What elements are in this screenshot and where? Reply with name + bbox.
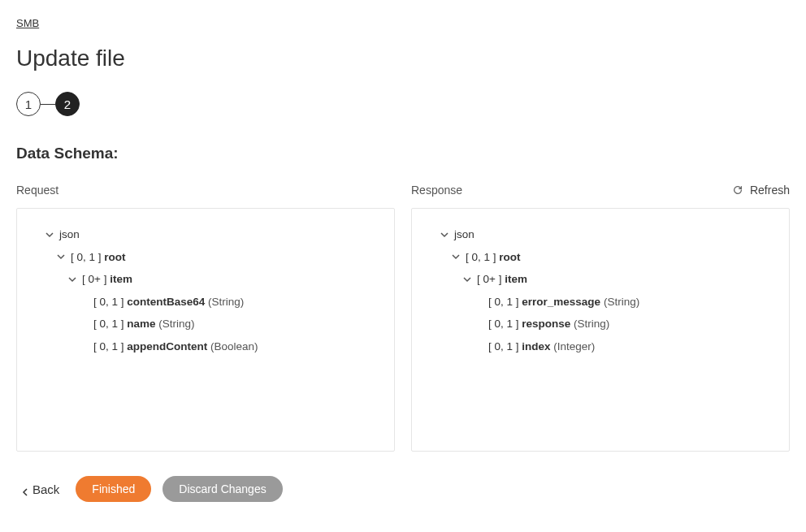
- step-connector: [41, 104, 55, 105]
- tree-node-json[interactable]: json: [27, 223, 384, 246]
- tree-leaf-spacer: [472, 318, 485, 331]
- refresh-icon: [732, 184, 743, 196]
- discard-changes-button[interactable]: Discard Changes: [162, 476, 282, 502]
- tree-node-field[interactable]: [ 0, 1 ] contentBase64 (String): [27, 291, 384, 314]
- node-label: [ 0, 1 ] index (Integer): [488, 338, 595, 356]
- response-column: Response Refresh json [ 0, 1 ] ro: [411, 180, 790, 452]
- chevron-down-icon: [43, 228, 56, 241]
- breadcrumb-smb[interactable]: SMB: [16, 17, 39, 29]
- refresh-button[interactable]: Refresh: [732, 184, 790, 197]
- request-schema-box: json [ 0, 1 ] root [ 0+ ] item: [16, 208, 395, 452]
- tree-node-root[interactable]: [ 0, 1 ] root: [27, 246, 384, 269]
- step-1[interactable]: 1: [16, 92, 41, 116]
- chevron-left-icon: [21, 485, 29, 493]
- node-label: [ 0, 1 ] name (String): [93, 315, 195, 333]
- tree-leaf-spacer: [77, 318, 90, 331]
- chevron-down-icon: [461, 273, 474, 286]
- step-indicator: 1 2: [16, 92, 790, 116]
- tree-leaf-spacer: [472, 296, 485, 309]
- page-title: Update file: [16, 45, 790, 71]
- tree-node-field[interactable]: [ 0, 1 ] index (Integer): [422, 335, 779, 358]
- tree-node-field[interactable]: [ 0, 1 ] response (String): [422, 313, 779, 335]
- node-label: [ 0, 1 ] error_message (String): [488, 293, 639, 311]
- node-label: [ 0, 1 ] contentBase64 (String): [93, 293, 244, 311]
- request-column: Request json [ 0, 1 ] root: [16, 180, 395, 452]
- tree-node-item[interactable]: [ 0+ ] item: [27, 268, 384, 291]
- node-label: [ 0, 1 ] root: [466, 249, 521, 266]
- back-button[interactable]: Back: [16, 478, 64, 501]
- tree-leaf-spacer: [472, 340, 485, 353]
- node-label: [ 0, 1 ] appendContent (Boolean): [93, 338, 258, 356]
- tree-leaf-spacer: [77, 340, 90, 353]
- node-label: [ 0, 1 ] root: [71, 249, 126, 266]
- refresh-label: Refresh: [750, 184, 790, 197]
- chevron-down-icon: [66, 273, 79, 286]
- tree-leaf-spacer: [77, 296, 90, 309]
- back-label: Back: [32, 482, 59, 496]
- tree-node-json[interactable]: json: [422, 223, 779, 246]
- response-schema-box: json [ 0, 1 ] root [ 0+ ] item: [411, 208, 790, 452]
- node-label: json: [454, 226, 474, 244]
- data-schema-heading: Data Schema:: [16, 145, 790, 162]
- request-title: Request: [16, 184, 58, 197]
- chevron-down-icon: [438, 228, 451, 241]
- chevron-down-icon: [54, 250, 67, 263]
- node-label: [ 0, 1 ] response (String): [488, 315, 609, 333]
- tree-node-field[interactable]: [ 0, 1 ] appendContent (Boolean): [27, 335, 384, 358]
- chevron-down-icon: [449, 250, 462, 263]
- finished-button[interactable]: Finished: [76, 476, 151, 502]
- node-label: [ 0+ ] item: [477, 270, 527, 288]
- node-label: [ 0+ ] item: [82, 270, 132, 288]
- step-2[interactable]: 2: [55, 92, 80, 116]
- tree-node-root[interactable]: [ 0, 1 ] root: [422, 246, 779, 269]
- response-title: Response: [411, 184, 462, 197]
- footer-actions: Back Finished Discard Changes: [16, 476, 790, 502]
- tree-node-field[interactable]: [ 0, 1 ] name (String): [27, 313, 384, 335]
- node-label: json: [59, 226, 80, 244]
- tree-node-field[interactable]: [ 0, 1 ] error_message (String): [422, 291, 779, 314]
- tree-node-item[interactable]: [ 0+ ] item: [422, 268, 779, 291]
